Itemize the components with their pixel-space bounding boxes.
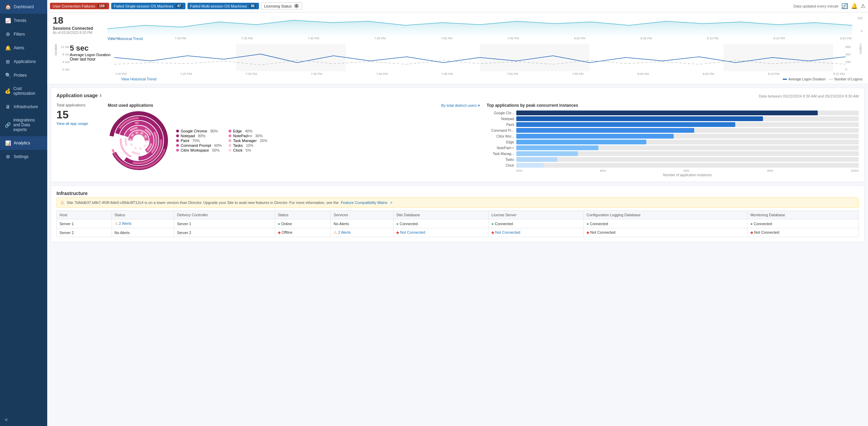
col-dc-status: Status xyxy=(275,211,331,219)
sidebar-item-probes[interactable]: 🔍 Probes xyxy=(0,68,47,82)
sidebar-item-cost[interactable]: 💰 Cost optimization xyxy=(0,82,47,100)
license-notconnected-link[interactable]: Not Connected xyxy=(495,230,520,234)
logon-view-trend-link[interactable]: View Historical Trend xyxy=(121,77,156,81)
alert-multi-session[interactable]: Failed Multi-session OS Machines 86 xyxy=(187,3,259,9)
infra-warning: ⚠ Site 7b8ddb37-b8b7-459f-8de0-c89dc9f71… xyxy=(56,197,859,208)
donut-legend: Google Chrome 90% Edge 40% Notepad xyxy=(176,129,274,152)
total-apps-number: 15 xyxy=(56,108,101,121)
app-usage-title: Application usage ℹ xyxy=(56,93,101,98)
sidebar-collapse-button[interactable]: « xyxy=(0,413,47,426)
bar-row-clock: Clock xyxy=(487,163,859,168)
cell-configlog-2: ◆ Not Connected xyxy=(584,228,748,237)
sidebar-item-trends[interactable]: 📈 Trends xyxy=(0,14,47,27)
sidebar-item-alerts[interactable]: 🔔 Alerts xyxy=(0,41,47,55)
cost-icon: 💰 xyxy=(5,88,11,94)
logon-stat: 5 sec Average Logon Duration Over last h… xyxy=(70,44,114,62)
donut-header: Most used applications By total distinct… xyxy=(108,103,480,108)
update-text: Data updated every minute xyxy=(793,4,839,8)
infra-warning-text: Site 7b8ddb37-b8b7-459f-8de0-c89dc9f712c… xyxy=(67,201,339,205)
donut-section: Most used applications By total distinct… xyxy=(108,103,480,177)
sidebar-label-filters: Filters xyxy=(14,32,25,37)
cell-host-1: Server 1 xyxy=(57,219,112,228)
main-content: User Connection Failures 158 Failed Sing… xyxy=(47,0,868,426)
logon-duration-number: 5 sec xyxy=(70,44,114,53)
topbar-right: Data updated every minute 🔄 🔔 ⚠ xyxy=(793,3,865,9)
col-config-log: Configuration Logging Database xyxy=(584,211,748,219)
legend-notepadpp: NotePad++ 30% xyxy=(229,134,274,138)
sort-dropdown[interactable]: By total distinct users ▾ xyxy=(441,103,480,108)
sitedb-notconnected-link[interactable]: Not Connected xyxy=(400,230,425,234)
alert-single-session-label: Failed Single-session OS Machines xyxy=(114,4,173,8)
total-apps-label: Total applications xyxy=(56,103,101,107)
sidebar-label-analytics: Analytics xyxy=(14,141,30,145)
sidebar-item-dashboard[interactable]: 🏠 Dashboard xyxy=(0,0,47,14)
sessions-stat: 18 Sessions Connected As of 02/16/2023 8… xyxy=(53,15,107,35)
external-link-icon-2: ↗ xyxy=(390,201,392,205)
svg-rect-2 xyxy=(724,44,833,71)
alerts-icon: 🔔 xyxy=(5,45,11,51)
bar-row-paint: Paint xyxy=(487,122,859,127)
col-license: License Server xyxy=(489,211,584,219)
logon-row: Duration 12 sec8 sec4 sec0 sec 5 sec Ave… xyxy=(53,44,863,76)
logon-y-axis-label: Duration xyxy=(54,44,57,55)
sidebar-item-settings[interactable]: ⚙ Settings xyxy=(0,150,47,164)
refresh-icon[interactable]: 🔄 xyxy=(841,3,848,9)
sessions-sublabel: As of 02/16/2023 8:20 PM xyxy=(53,31,107,35)
col-services: Services xyxy=(331,211,393,219)
cell-status-2: No Alerts xyxy=(112,228,174,237)
alert-licensing-label: Licensing Status xyxy=(264,4,292,8)
table-row: Server 1 ⚠ 2 Alerts Server 1 ● Online No… xyxy=(57,219,859,228)
server1-alerts-link[interactable]: 2 Alerts xyxy=(119,221,132,225)
bar-axis-label: Number of application instances xyxy=(487,173,859,177)
sidebar-label-applications: Applications xyxy=(14,59,36,64)
cell-license-2: ◆ Not Connected xyxy=(489,228,584,237)
alert-user-connection-label: User Connection Failures xyxy=(53,4,95,8)
legend-google-chrome: Google Chrome 90% xyxy=(176,129,222,133)
cell-dc-2: Server 2 xyxy=(174,228,275,237)
alert-user-connection-count: 158 xyxy=(97,4,106,8)
info-icon: ℹ xyxy=(100,93,101,98)
app-usage-date: Data between 05/22/2024 8:30 AM and 05/2… xyxy=(759,94,859,98)
sidebar-item-applications[interactable]: ⊞ Applications xyxy=(0,55,47,68)
alert-user-connection[interactable]: User Connection Failures 158 xyxy=(50,3,109,9)
sidebar-item-integrations[interactable]: 🔗 Integrations and Data exports xyxy=(0,114,47,136)
bell-icon[interactable]: 🔔 xyxy=(851,3,858,9)
probes-icon: 🔍 xyxy=(5,73,11,78)
view-all-app-link[interactable]: View all app usage xyxy=(56,121,88,126)
sidebar-label-infrastructure: Infrastructure xyxy=(14,104,38,109)
sidebar-item-infrastructure[interactable]: 🖥 Infrastructure xyxy=(0,100,47,114)
cell-license-1: ● Connected xyxy=(489,219,584,228)
cell-sitedb-2: ◆ Not Connected xyxy=(393,228,489,237)
content-area: 18 Sessions Connected As of 02/16/2023 8… xyxy=(47,12,868,426)
sidebar-item-analytics[interactable]: 📊 Analytics xyxy=(0,136,47,150)
legend-tasks: Tasks 10% xyxy=(229,143,274,147)
alert-licensing[interactable]: Licensing Status 0 xyxy=(261,2,302,10)
bar-axis: 20%40%60%80%100% xyxy=(487,169,859,172)
warning-icon[interactable]: ⚠ xyxy=(860,3,865,9)
cell-sitedb-1: ● Connected xyxy=(393,219,489,228)
legend-citrix: Citrix Workspace 50% xyxy=(176,148,222,152)
bar-chart-title: Top applications by peak concurrent inst… xyxy=(487,103,859,108)
logon-label: Average Logon Duration xyxy=(70,53,114,57)
col-dc: Delivery Controller xyxy=(174,211,275,219)
legend-avg-label: Average Logon Duration xyxy=(788,77,825,81)
feature-compatibility-link[interactable]: Feature Compatibility Matrix xyxy=(341,201,388,205)
bar-row-citrix: Citrix Wor... xyxy=(487,134,859,139)
sidebar-label-cost: Cost optimization xyxy=(13,86,42,96)
logon-sublabel: Over last hour xyxy=(70,57,114,62)
table-row: Server 2 No Alerts Server 2 ◆ Offline ⚠ … xyxy=(57,228,859,237)
topbar: User Connection Failures 158 Failed Sing… xyxy=(47,0,868,12)
dashboard-icon: 🏠 xyxy=(5,4,11,10)
svg-rect-0 xyxy=(236,44,346,71)
app-usage-section: Application usage ℹ Data between 05/22/2… xyxy=(51,88,865,182)
sidebar-label-probes: Probes xyxy=(14,73,27,78)
bar-row-command: Command Pr... xyxy=(487,128,859,133)
sidebar-item-filters[interactable]: ⚙ Filters xyxy=(0,27,47,41)
bar-row-edge: Edge xyxy=(487,140,859,144)
warning-triangle-icon: ⚠ xyxy=(60,200,65,205)
alert-single-session[interactable]: Failed Single-session OS Machines 47 xyxy=(111,3,185,9)
bar-row-tasks: Tasks xyxy=(487,157,859,162)
legend-notepad: Notepad 80% xyxy=(176,134,222,138)
legend-edge: Edge 40% xyxy=(229,129,274,133)
server2-alerts-link[interactable]: 2 Alerts xyxy=(338,230,351,234)
